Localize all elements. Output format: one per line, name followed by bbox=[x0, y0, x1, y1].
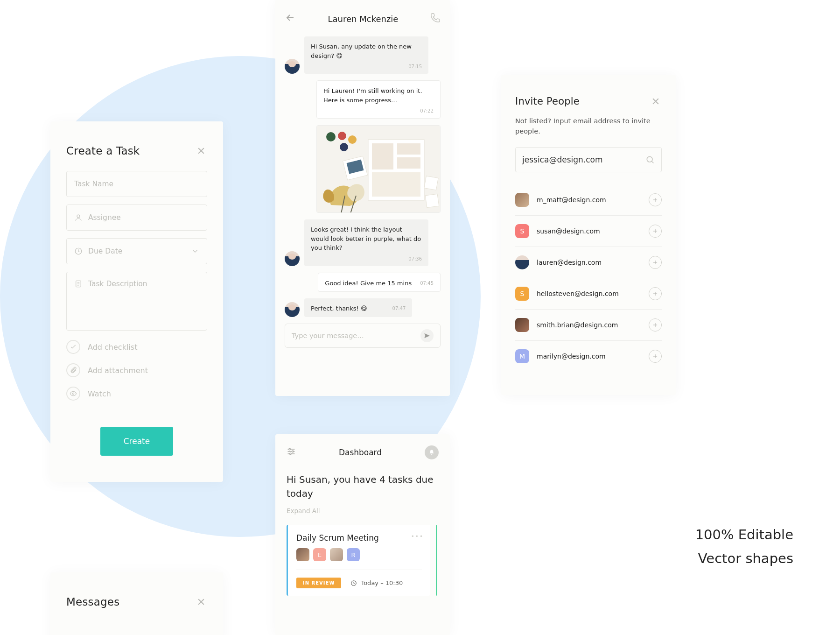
person-row: smith.brian@design.com bbox=[515, 310, 662, 341]
image-attachment[interactable] bbox=[316, 125, 441, 213]
task-more-icon[interactable]: ••• bbox=[411, 533, 424, 540]
avatar bbox=[285, 251, 300, 266]
invite-title: Invite People bbox=[515, 96, 580, 107]
message-time: 07:15 bbox=[311, 63, 422, 70]
person-row: m_matt@design.com bbox=[515, 184, 662, 216]
avatar: S bbox=[515, 224, 529, 238]
svg-rect-10 bbox=[424, 176, 438, 190]
check-icon bbox=[70, 343, 77, 351]
status-badge: IN REVIEW bbox=[296, 578, 341, 588]
avatar bbox=[330, 548, 343, 561]
invite-email-value: jessica@design.com bbox=[522, 155, 603, 164]
message-out: Good idea! Give me 15 mins 07:45 bbox=[285, 273, 441, 292]
create-button[interactable]: Create bbox=[100, 427, 173, 456]
expand-all-link[interactable]: Expand All bbox=[287, 507, 439, 515]
search-icon bbox=[645, 155, 655, 164]
person-email: susan@design.com bbox=[537, 227, 600, 235]
paperclip-icon bbox=[70, 367, 77, 374]
note-icon bbox=[74, 280, 83, 288]
marketing-text: 100% Editable Vector shapes bbox=[695, 523, 793, 571]
invite-hint: Not listed? Input email address to invit… bbox=[515, 116, 662, 137]
add-person-button[interactable] bbox=[649, 256, 662, 269]
add-person-button[interactable] bbox=[649, 193, 662, 206]
messages-panel: Messages bbox=[50, 572, 223, 635]
task-title: Daily Scrum Meeting bbox=[296, 533, 422, 543]
task-description-placeholder: Task Description bbox=[88, 280, 147, 288]
composer-placeholder: Type your message… bbox=[292, 332, 364, 339]
dashboard-title: Dashboard bbox=[339, 448, 382, 457]
svg-point-0 bbox=[77, 215, 80, 218]
person-email: m_matt@design.com bbox=[537, 196, 606, 204]
watch-button[interactable]: Watch bbox=[66, 387, 207, 401]
message-time: 07:45 bbox=[420, 280, 434, 287]
chevron-down-icon bbox=[191, 247, 199, 255]
people-list: m_matt@design.com S susan@design.com lau… bbox=[515, 184, 662, 372]
close-icon[interactable] bbox=[195, 596, 207, 608]
person-row: S hellosteven@design.com bbox=[515, 278, 662, 310]
svg-rect-8 bbox=[397, 157, 420, 169]
svg-point-14 bbox=[348, 135, 357, 144]
avatar bbox=[515, 193, 529, 207]
task-card-next[interactable] bbox=[436, 525, 439, 596]
clock-icon bbox=[350, 580, 357, 586]
message-composer[interactable]: Type your message… bbox=[285, 324, 441, 348]
svg-rect-11 bbox=[425, 194, 439, 207]
messages-title: Messages bbox=[66, 596, 119, 608]
call-button[interactable] bbox=[430, 13, 441, 25]
message-in: Perfect, thanks! 😋 07:47 bbox=[285, 298, 441, 317]
add-person-button[interactable] bbox=[649, 350, 662, 363]
chat-panel: Lauren Mckenzie Hi Susan, any update on … bbox=[275, 0, 450, 396]
message-time: 07:22 bbox=[323, 107, 434, 114]
avatar: M bbox=[515, 349, 529, 363]
add-person-button[interactable] bbox=[649, 318, 662, 332]
due-date-placeholder: Due Date bbox=[88, 247, 122, 255]
message-bubble: Looks great! I think the layout would lo… bbox=[304, 219, 428, 266]
invite-email-input[interactable]: jessica@design.com bbox=[515, 147, 662, 172]
svg-rect-9 bbox=[372, 172, 420, 197]
avatar: E bbox=[313, 548, 326, 561]
eye-icon bbox=[70, 390, 77, 397]
svg-point-12 bbox=[326, 132, 336, 141]
task-name-input[interactable]: Task Name bbox=[66, 171, 207, 197]
message-bubble: Perfect, thanks! 😋 07:47 bbox=[304, 298, 412, 317]
close-icon[interactable] bbox=[650, 95, 662, 107]
add-checklist-button[interactable]: Add checklist bbox=[66, 340, 207, 354]
task-description-input[interactable]: Task Description bbox=[66, 272, 207, 331]
person-email: lauren@design.com bbox=[537, 259, 602, 266]
svg-point-20 bbox=[289, 448, 290, 450]
svg-point-21 bbox=[292, 451, 294, 452]
message-in: Looks great! I think the layout would lo… bbox=[285, 219, 441, 266]
assignee-input[interactable]: Assignee bbox=[66, 205, 207, 231]
person-row: M marilyn@design.com bbox=[515, 341, 662, 372]
clock-icon bbox=[74, 247, 83, 255]
avatar bbox=[285, 302, 300, 317]
send-button[interactable] bbox=[420, 329, 434, 342]
due-date-input[interactable]: Due Date bbox=[66, 238, 207, 264]
notifications-button[interactable] bbox=[425, 445, 439, 459]
add-person-button[interactable] bbox=[649, 225, 662, 238]
chat-contact-name: Lauren Mckenzie bbox=[328, 14, 399, 24]
add-checklist-label: Add checklist bbox=[88, 343, 137, 352]
add-attachment-button[interactable]: Add attachment bbox=[66, 363, 207, 377]
back-button[interactable] bbox=[285, 12, 296, 25]
user-icon bbox=[74, 213, 83, 222]
task-card[interactable]: ••• Daily Scrum Meeting E R IN REVIEW To… bbox=[287, 525, 430, 596]
person-row: S susan@design.com bbox=[515, 216, 662, 247]
avatar: S bbox=[515, 287, 529, 301]
person-row: lauren@design.com bbox=[515, 247, 662, 278]
add-attachment-label: Add attachment bbox=[88, 366, 148, 375]
watch-label: Watch bbox=[88, 389, 111, 398]
create-task-title: Create a Task bbox=[66, 145, 140, 157]
svg-point-22 bbox=[290, 453, 291, 454]
task-assignees: E R bbox=[296, 548, 422, 561]
add-person-button[interactable] bbox=[649, 287, 662, 300]
message-out: Hi Lauren! I'm still working on it. Here… bbox=[285, 80, 441, 119]
svg-rect-7 bbox=[397, 143, 420, 155]
person-email: hellosteven@design.com bbox=[537, 290, 619, 297]
filter-button[interactable] bbox=[287, 447, 296, 458]
message-time: 07:47 bbox=[392, 305, 406, 312]
dashboard-greeting: Hi Susan, you have 4 tasks due today bbox=[287, 473, 439, 501]
svg-point-15 bbox=[340, 143, 348, 151]
dashboard-panel: Dashboard Hi Susan, you have 4 tasks due… bbox=[275, 434, 450, 635]
close-icon[interactable] bbox=[195, 145, 207, 157]
